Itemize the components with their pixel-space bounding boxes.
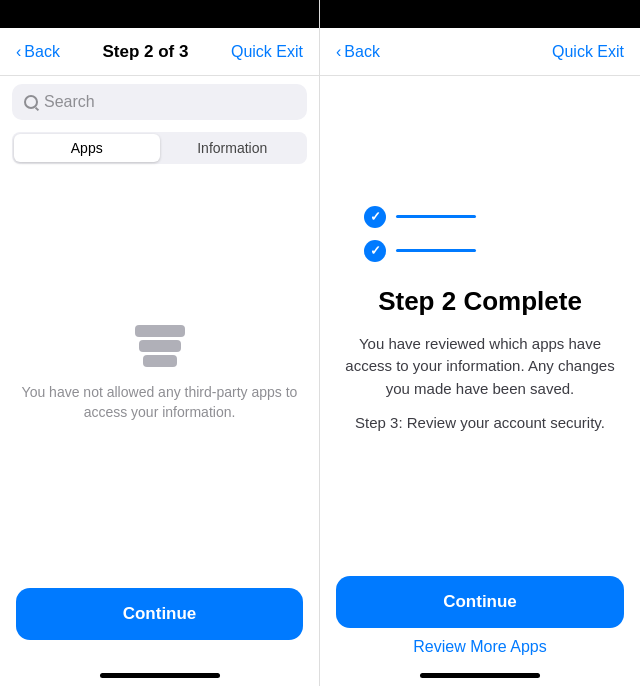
- left-continue-button[interactable]: Continue: [16, 588, 303, 640]
- empty-state-text: You have not allowed any third-party app…: [20, 383, 299, 422]
- left-screen: ‹ Back Step 2 of 3 Quick Exit Search App…: [0, 0, 320, 686]
- right-bottom-section: Continue Review More Apps: [320, 564, 640, 664]
- right-nav-bar: ‹ Back Quick Exit: [320, 28, 640, 76]
- completion-next-step: Step 3: Review your account security.: [355, 412, 605, 435]
- completion-description: You have reviewed which apps have access…: [344, 333, 616, 401]
- search-placeholder: Search: [44, 93, 95, 111]
- right-status-bar: [320, 0, 640, 28]
- check-circle-2: [364, 240, 386, 262]
- apps-segment-button[interactable]: Apps: [14, 134, 160, 162]
- stack-icon: [135, 325, 185, 367]
- right-quick-exit-button[interactable]: Quick Exit: [552, 43, 624, 61]
- left-quick-exit-button[interactable]: Quick Exit: [231, 43, 303, 61]
- left-back-button[interactable]: ‹ Back: [16, 43, 60, 61]
- left-nav-title: Step 2 of 3: [102, 42, 188, 62]
- stack-layer-3: [143, 355, 177, 367]
- left-status-bar: [0, 0, 319, 28]
- completion-content: Step 2 Complete You have reviewed which …: [320, 76, 640, 564]
- search-container: Search: [0, 76, 319, 128]
- left-bottom-section: Continue: [0, 576, 319, 664]
- left-nav-bar: ‹ Back Step 2 of 3 Quick Exit: [0, 28, 319, 76]
- left-chevron-icon: ‹: [16, 43, 21, 61]
- right-back-label: Back: [344, 43, 380, 61]
- right-home-bar: [420, 673, 540, 678]
- right-continue-button[interactable]: Continue: [336, 576, 624, 628]
- search-icon: [24, 95, 38, 109]
- left-home-bar: [100, 673, 220, 678]
- right-chevron-icon: ‹: [336, 43, 341, 61]
- right-screen: ‹ Back Quick Exit Step 2 Complete You ha…: [320, 0, 640, 686]
- left-home-indicator: [0, 664, 319, 686]
- segmented-control: Apps Information: [12, 132, 307, 164]
- information-segment-button[interactable]: Information: [160, 134, 306, 162]
- stack-layer-1: [135, 325, 185, 337]
- empty-state: You have not allowed any third-party app…: [0, 172, 319, 576]
- check-circle-1: [364, 206, 386, 228]
- completion-title: Step 2 Complete: [378, 286, 582, 317]
- check-item-2: [364, 240, 476, 262]
- checklist: [344, 206, 476, 262]
- stack-layer-2: [139, 340, 181, 352]
- left-back-label: Back: [24, 43, 60, 61]
- search-bar[interactable]: Search: [12, 84, 307, 120]
- review-more-apps-link[interactable]: Review More Apps: [413, 638, 546, 656]
- right-back-button[interactable]: ‹ Back: [336, 43, 380, 61]
- check-line-1: [396, 215, 476, 218]
- check-item-1: [364, 206, 476, 228]
- check-line-2: [396, 249, 476, 252]
- right-home-indicator: [320, 664, 640, 686]
